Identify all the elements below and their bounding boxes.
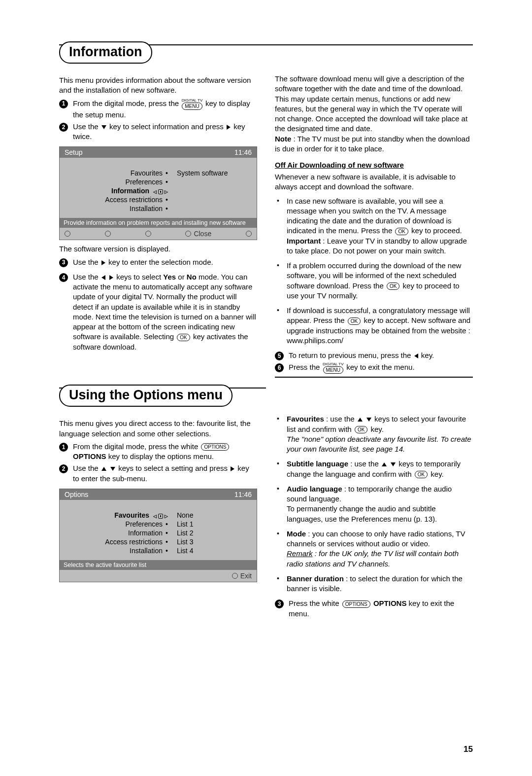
list-item: Subtitle language : use the keys to temp… bbox=[275, 459, 473, 479]
menu-item: Preferences bbox=[126, 520, 163, 528]
right-icon bbox=[227, 125, 231, 130]
ok-key-icon: OK bbox=[415, 471, 428, 478]
manual-page: Information This menu provides informati… bbox=[0, 0, 532, 776]
ring-icon bbox=[65, 231, 70, 237]
step-number-icon: 6 bbox=[275, 363, 284, 372]
down-icon bbox=[391, 462, 396, 466]
step-2: 2 Use the key to select information and … bbox=[59, 122, 257, 142]
up-icon bbox=[382, 462, 387, 466]
heading-information: Information bbox=[59, 41, 152, 64]
text: Use the bbox=[73, 122, 100, 131]
ring-icon bbox=[185, 231, 191, 237]
text: Use the bbox=[73, 258, 100, 266]
menu-item: Access restrictions bbox=[105, 538, 163, 546]
menu-right-item: List 2 bbox=[177, 529, 252, 537]
left-icon bbox=[414, 353, 418, 358]
list-item: If a problem occurred during the downloa… bbox=[275, 261, 473, 301]
exit-label: Exit bbox=[240, 572, 252, 580]
menu-right-item: System software bbox=[177, 169, 252, 177]
step-1: 1 From the digital mode, press the DIGIT… bbox=[59, 99, 257, 120]
text: This menu gives you direct access to the… bbox=[59, 419, 257, 439]
step-number-icon: 3 bbox=[275, 600, 284, 608]
text: mode. You can activate the menu to autom… bbox=[73, 273, 256, 341]
options-menu-diagram: Options 11:46 Favourites ◁▷ Preferences•… bbox=[59, 489, 257, 582]
step-number-icon: 2 bbox=[59, 123, 68, 132]
text: key to enter the selection mode. bbox=[108, 258, 213, 266]
step-5: 5 To return to previous menu, press the … bbox=[275, 351, 473, 360]
menu-time: 11:46 bbox=[234, 491, 252, 498]
menu-hint: Selects the active favourite list bbox=[60, 560, 257, 570]
options-key-icon: OPTIONS bbox=[201, 443, 229, 451]
step-3: 3 Press the white OPTIONS OPTIONS key to… bbox=[275, 599, 473, 619]
menu-key-icon: DIGITAL TV MENU bbox=[181, 99, 203, 110]
step-3: 3 Use the key to enter the selection mod… bbox=[59, 257, 257, 267]
down-icon bbox=[101, 125, 106, 129]
ok-key-icon: OK bbox=[387, 282, 399, 290]
menu-right-item: None bbox=[177, 511, 252, 520]
menu-hint: Provide information on problem reports a… bbox=[60, 218, 257, 228]
ok-key-icon: OK bbox=[395, 228, 408, 235]
intro-text: This menu provides information about the… bbox=[59, 75, 257, 96]
step-1: 1 From the digital mode, press the white… bbox=[59, 442, 257, 462]
menu-item-selected: Favourites bbox=[114, 511, 149, 519]
no-label: No bbox=[187, 273, 197, 281]
cursor-icon: ◁▷ bbox=[153, 189, 168, 194]
step-number-icon: 5 bbox=[275, 352, 284, 360]
list-item: In case new software is available, you w… bbox=[275, 196, 473, 256]
right-column-1: The software download menu will give a d… bbox=[275, 49, 473, 382]
menu-item: Favourites bbox=[131, 169, 163, 177]
list-item: Favourites : use the keys to select your… bbox=[275, 414, 473, 454]
left-column-1: Information This menu provides informati… bbox=[59, 49, 257, 382]
yes-label: Yes bbox=[163, 273, 176, 281]
menu-item: Installation bbox=[130, 205, 163, 212]
close-label: Close bbox=[194, 230, 211, 238]
left-column-2: Using the Options menu This menu gives y… bbox=[59, 392, 257, 621]
menu-title: Setup bbox=[65, 148, 83, 156]
list-item: Banner duration : to select the duration… bbox=[275, 574, 473, 594]
menu-item: Preferences bbox=[126, 178, 163, 186]
list-item: If download is successful, a congratulat… bbox=[275, 306, 473, 346]
step-number-icon: 4 bbox=[59, 273, 68, 282]
page-number: 15 bbox=[464, 744, 473, 754]
step-number-icon: 3 bbox=[59, 258, 68, 267]
ring-icon bbox=[145, 231, 151, 237]
menu-item: Access restrictions bbox=[105, 196, 163, 204]
text: key to select information and press bbox=[109, 122, 226, 131]
step-4: 4 Use the keys to select Yes or No mode.… bbox=[59, 272, 257, 352]
right-column-2: Favourites : use the keys to select your… bbox=[275, 392, 473, 621]
right-icon bbox=[109, 275, 113, 280]
up-icon bbox=[101, 467, 106, 471]
step-number-icon: 2 bbox=[59, 464, 68, 473]
list-item: Mode : you can choose to only have radio… bbox=[275, 529, 473, 569]
menu-right-item: List 1 bbox=[177, 520, 252, 529]
list-item: Audio language : to temporarily change t… bbox=[275, 484, 473, 524]
menu-item: Installation bbox=[130, 547, 163, 555]
menu-item-selected: Information bbox=[111, 187, 149, 195]
text: Use the bbox=[73, 273, 100, 281]
step-6: 6 Press the DIGITAL TV MENU key to exit … bbox=[275, 362, 473, 374]
menu-time: 11:46 bbox=[234, 148, 252, 156]
step-number-icon: 1 bbox=[59, 443, 68, 452]
ok-key-icon: OK bbox=[177, 334, 190, 341]
ring-icon bbox=[232, 573, 238, 579]
right-icon bbox=[231, 466, 234, 471]
heading-options: Using the Options menu bbox=[59, 385, 233, 407]
text: Whenever a new software is available, it… bbox=[275, 172, 473, 192]
ring-icon bbox=[105, 231, 111, 237]
menu-right-item: List 3 bbox=[177, 537, 252, 546]
step-2: 2 Use the keys to select a setting and p… bbox=[59, 463, 257, 484]
text: The software download menu will give a d… bbox=[275, 74, 473, 154]
left-icon bbox=[101, 275, 105, 280]
menu-key-icon: DIGITAL TV MENU bbox=[322, 362, 344, 374]
down-icon bbox=[110, 467, 115, 471]
menu-title: Options bbox=[65, 491, 88, 498]
up-icon bbox=[358, 418, 363, 422]
cursor-icon: ◁▷ bbox=[153, 514, 168, 519]
down-icon bbox=[366, 418, 371, 422]
step-number-icon: 1 bbox=[59, 100, 68, 108]
ring-icon bbox=[246, 231, 252, 237]
setup-menu-diagram: Setup 11:46 Favourites• Preferences• Inf… bbox=[59, 146, 257, 240]
text: or bbox=[178, 273, 187, 281]
menu-item: Information bbox=[128, 529, 163, 537]
options-key-icon: OPTIONS bbox=[342, 600, 370, 608]
